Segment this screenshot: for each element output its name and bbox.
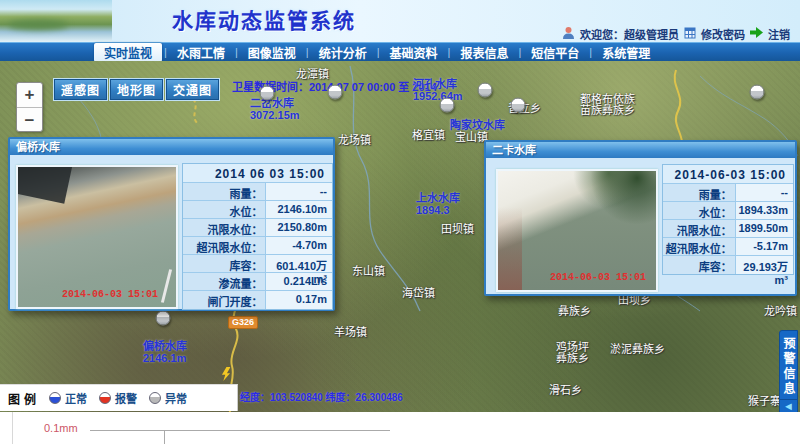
popup-right-table: 2014-06-03 15:00 雨量：--水位：1894.33m汛限水位：18… [662, 164, 794, 275]
station-marker[interactable] [328, 85, 343, 100]
reservoir-label: 上水水库1894.3 [416, 192, 460, 216]
legend-item: 异常 [149, 390, 187, 406]
data-row: 雨量：-- [663, 184, 793, 202]
nav-tab-5[interactable]: 报表信息 [450, 43, 518, 62]
town-label: 羊场镇 [334, 327, 367, 338]
banner-landscape-image [0, 0, 112, 42]
map-zoom-control: + − [16, 82, 43, 132]
reservoir-label: 二岔水库3072.15m [250, 97, 300, 121]
legend-title: 图例 [8, 390, 40, 407]
data-row: 水位：2146.10m [183, 201, 332, 219]
nav-tab-3[interactable]: 统计分析 [309, 43, 377, 62]
coordinate-readout: 经度：103.520840 纬度：26.300486 [240, 389, 403, 404]
data-row: 雨量：-- [183, 183, 332, 201]
map-layer-button-1[interactable]: 地形图 [110, 79, 163, 100]
logout-arrow-icon [750, 27, 763, 40]
app-window: 水库动态监管系统 欢迎您：超级管理员 修改密码 注销 实时监视|水雨工情|图像监… [0, 0, 800, 444]
chart-axis-line [90, 430, 390, 431]
station-marker[interactable] [260, 86, 275, 101]
data-row: 水位：1894.33m [663, 202, 793, 220]
status-ball-icon [149, 392, 161, 404]
legend-item: 正常 [49, 390, 87, 406]
user-icon [562, 26, 575, 41]
station-marker[interactable] [478, 83, 493, 98]
data-row: 超汛限水位：-4.70m [183, 237, 332, 255]
town-label: 猴子寨 [748, 396, 781, 407]
map-layer-buttons: 遥感图地形图交通图 [54, 79, 219, 100]
popup-right-title: 二卡水库 [486, 142, 795, 158]
status-ball-icon [49, 392, 61, 404]
welcome-text: 欢迎您：超级管理员 [580, 26, 679, 42]
nav-tab-0[interactable]: 实时监视 [94, 43, 162, 62]
logout-link[interactable]: 注销 [768, 26, 790, 42]
town-label: 鸡场坪彝族乡 [556, 342, 589, 364]
data-row: 库容：601.410万m³ [183, 255, 332, 273]
town-label: 龙潭镇 [296, 69, 329, 80]
page-title: 水库动态监管系统 [172, 4, 356, 34]
legend-items: 正常报警异常 [49, 390, 187, 406]
popup-left-camera-image: 2014-06-03 15:01 [16, 165, 178, 309]
station-marker[interactable] [750, 85, 765, 100]
road-badge: G326 [228, 316, 258, 329]
reservoir-label: 偏桥水库2146.1m [143, 340, 187, 364]
popup-right-timestamp: 2014-06-03 15:00 [663, 165, 793, 184]
data-row: 超汛限水位：-5.17m [663, 238, 793, 256]
camera-timestamp: 2014-06-03 15:01 [550, 272, 646, 283]
popup-left-timestamp: 2014 06 03 15:00 [183, 164, 332, 183]
town-label: 淤泥彝族乡 [610, 344, 665, 355]
town-label: 格宜镇 [412, 130, 445, 141]
popup-left-title: 偏桥水库 [10, 139, 333, 155]
camera-timestamp: 2014-06-03 15:01 [62, 289, 158, 300]
password-icon [684, 27, 696, 41]
town-label: 龙吟镇 [764, 306, 797, 317]
station-marker[interactable] [440, 98, 455, 113]
change-password-link[interactable]: 修改密码 [701, 26, 745, 42]
town-label: 田坝镇 [441, 224, 474, 235]
map-layer-button-0[interactable]: 遥感图 [54, 79, 107, 100]
nav-tab-6[interactable]: 短信平台 [521, 43, 589, 62]
nav-tab-7[interactable]: 系统管理 [592, 43, 660, 62]
town-label: 都格布依族苗族彝族乡 [580, 94, 635, 116]
chart-tick-line [164, 430, 165, 444]
map-canvas[interactable]: + − 遥感图地形图交通图 卫星数据时间：2014 07 07 00:00 至 … [0, 61, 800, 412]
reservoir-popup-right: 二卡水库 2014-06-03 15:01 2014-06-03 15:00 雨… [484, 140, 797, 296]
header-banner: 水库动态监管系统 欢迎您：超级管理员 修改密码 注销 [0, 0, 800, 42]
reservoir-label: 陶家坟水库 [450, 119, 505, 131]
station-marker[interactable] [156, 311, 171, 326]
chart-border-line [12, 412, 13, 444]
nav-tab-4[interactable]: 基础资料 [380, 43, 448, 62]
town-label: 东山镇 [352, 266, 385, 277]
legend-bar: 图例 正常报警异常 [0, 384, 238, 411]
station-marker[interactable] [511, 98, 526, 113]
bottom-chart-strip: 0.1mm [0, 412, 800, 444]
user-bar: 欢迎您：超级管理员 修改密码 注销 [562, 26, 790, 41]
reservoir-popup-left: 偏桥水库 2014-06-03 15:01 2014 06 03 15:00 雨… [8, 137, 335, 311]
chart-scale-label: 0.1mm [44, 422, 78, 434]
town-label: 海岱镇 [402, 288, 435, 299]
popup-right-camera-image: 2014-06-03 15:01 [496, 169, 658, 292]
town-label: 彝族乡 [558, 306, 591, 317]
warning-info-tab[interactable]: 预警信息 [779, 330, 798, 402]
zoom-in-button[interactable]: + [17, 83, 42, 108]
map-layer-button-2[interactable]: 交通图 [166, 79, 219, 100]
data-row: 汛限水位：1899.50m [663, 220, 793, 238]
main-nav: 实时监视|水雨工情|图像监视|统计分析|基础资料|报表信息|短信平台|系统管理 [0, 42, 800, 61]
popup-left-table: 2014 06 03 15:00 雨量：--水位：2146.10m汛限水位：21… [182, 163, 333, 310]
zoom-out-button[interactable]: − [17, 108, 42, 133]
town-label: 龙场镇 [338, 135, 371, 146]
status-ball-icon [99, 392, 111, 404]
reservoir-label: 河孔水库1952.64m [413, 78, 463, 102]
town-label: 滑石乡 [549, 385, 582, 396]
town-label: 田坝乡 [618, 295, 651, 306]
nav-tab-2[interactable]: 图像监视 [238, 43, 306, 62]
data-row: 渗流量：0.214L/s [183, 273, 332, 291]
legend-item: 报警 [99, 390, 137, 406]
data-row: 闸门开度：0.17m [183, 291, 332, 309]
nav-tab-1[interactable]: 水雨工情 [167, 43, 235, 62]
data-row: 汛限水位：2150.80m [183, 219, 332, 237]
data-row: 库容：29.193万m³ [663, 256, 793, 274]
